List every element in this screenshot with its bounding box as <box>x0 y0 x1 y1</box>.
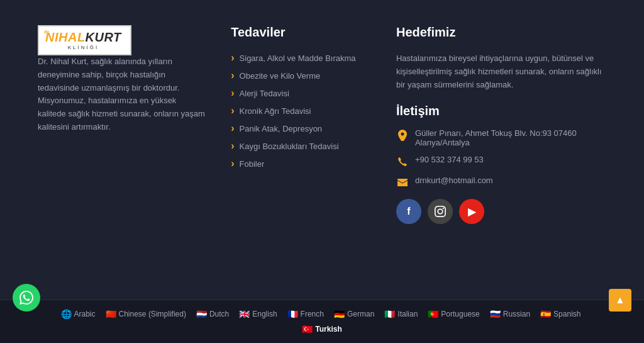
language-name: Arabic <box>74 310 96 318</box>
email-icon <box>396 176 409 189</box>
contact-address-item: Güller Pınarı, Ahmet Tokuş Blv. No:93 07… <box>396 128 606 147</box>
contact-address: Güller Pınarı, Ahmet Tokuş Blv. No:93 07… <box>415 128 606 147</box>
language-flag: 🇪🇸 <box>540 309 551 319</box>
location-icon <box>396 129 409 142</box>
language-name: German <box>347 310 374 318</box>
treatment-item[interactable]: Obezite ve Kilo Verme <box>231 70 371 81</box>
logo-container: dr NIHAL KURT KLİNİĞİ <box>38 25 131 55</box>
contact-column: Hedefimiz Hastalarımıza bireysel ihtiyaç… <box>396 25 606 287</box>
contact-phone-item: +90 532 374 99 53 <box>396 155 606 168</box>
instagram-button[interactable] <box>428 199 453 224</box>
treatment-list: Sigara, Alkol ve Madde BırakmaObezite ve… <box>231 52 371 169</box>
logo-name-part1: NIHAL <box>45 30 86 45</box>
language-flag: 🇫🇷 <box>287 309 298 319</box>
scroll-top-button[interactable]: ▲ <box>609 289 631 312</box>
language-flag: 🇹🇷 <box>302 324 313 334</box>
contact-phone: +90 532 374 99 53 <box>415 155 484 164</box>
language-item-dutch[interactable]: 🇳🇱Dutch <box>194 308 231 320</box>
logo-subtitle: KLİNİĞİ <box>45 45 121 50</box>
language-name: Russian <box>503 310 530 318</box>
contact-email: drnkurt@hotmail.com <box>415 176 493 185</box>
language-name: Spanish <box>553 310 580 318</box>
language-flag: 🌐 <box>61 309 72 319</box>
goal-title: Hedefimiz <box>396 25 606 40</box>
about-column: dr NIHAL KURT KLİNİĞİ Dr. Nihal Kurt, sa… <box>38 25 206 287</box>
social-row: f ▶ <box>396 199 606 224</box>
bottom-language-bar: 🌐Arabic🇨🇳Chinese (Simplified)🇳🇱Dutch🇬🇧En… <box>0 300 644 343</box>
goal-description: Hastalarımıza bireysel ihtiyaçlarına uyg… <box>396 52 606 91</box>
language-flag: 🇮🇹 <box>384 309 395 319</box>
language-item-italian[interactable]: 🇮🇹Italian <box>382 308 420 320</box>
language-item-arabic[interactable]: 🌐Arabic <box>58 308 98 320</box>
language-flag: 🇵🇹 <box>428 309 438 319</box>
language-flag: 🇩🇪 <box>334 309 345 319</box>
treatment-item[interactable]: Kaygı Bozuklukları Tedavisi <box>231 140 371 152</box>
treatments-title: Tedaviler <box>231 25 371 40</box>
treatment-item[interactable]: Alerji Tedavisi <box>231 87 371 99</box>
main-footer: dr NIHAL KURT KLİNİĞİ Dr. Nihal Kurt, sa… <box>0 0 644 300</box>
language-item-russian[interactable]: 🇷🇺Russian <box>487 308 533 320</box>
language-name: French <box>301 310 324 318</box>
treatments-column: Tedaviler Sigara, Alkol ve Madde Bırakma… <box>231 25 371 287</box>
language-flag: 🇨🇳 <box>106 309 116 319</box>
language-item-portuguese[interactable]: 🇵🇹Portuguese <box>425 308 482 320</box>
contact-title: İletişim <box>396 104 606 118</box>
language-item-turkish[interactable]: 🇹🇷Turkish <box>299 323 344 335</box>
language-item-english[interactable]: 🇬🇧English <box>236 308 279 320</box>
language-name: Dutch <box>209 310 229 318</box>
treatment-item[interactable]: Panik Atak, Depresyon <box>231 123 371 134</box>
language-item-chinese-(simplified)[interactable]: 🇨🇳Chinese (Simplified) <box>103 308 189 320</box>
language-name: Italian <box>397 310 418 318</box>
language-flag: 🇳🇱 <box>196 309 207 319</box>
contact-email-item: drnkurt@hotmail.com <box>396 176 606 189</box>
whatsapp-button[interactable] <box>13 284 40 312</box>
logo-main: NIHAL KURT <box>45 30 121 45</box>
language-name: Turkish <box>315 325 341 334</box>
facebook-button[interactable]: f <box>396 199 421 224</box>
treatment-item[interactable]: Sigara, Alkol ve Madde Bırakma <box>231 52 371 64</box>
language-name: Chinese (Simplified) <box>119 310 186 318</box>
language-flag: 🇷🇺 <box>490 309 501 319</box>
logo-name-part2: KURT <box>86 30 121 45</box>
language-item-german[interactable]: 🇩🇪German <box>331 308 377 320</box>
language-name: Portuguese <box>441 310 479 318</box>
logo-dr: dr <box>44 29 49 35</box>
treatment-item[interactable]: Kronik Ağrı Tedavisi <box>231 105 371 116</box>
phone-icon <box>396 155 409 168</box>
language-item-spanish[interactable]: 🇪🇸Spanish <box>538 308 583 320</box>
language-item-french[interactable]: 🇫🇷French <box>285 308 326 320</box>
about-description: Dr. Nihal Kurt, sağlık alanında yılların… <box>38 55 206 134</box>
language-flag: 🇬🇧 <box>239 309 250 319</box>
youtube-button[interactable]: ▶ <box>459 199 484 224</box>
treatment-item[interactable]: Fobiler <box>231 158 371 169</box>
language-name: English <box>252 310 277 318</box>
